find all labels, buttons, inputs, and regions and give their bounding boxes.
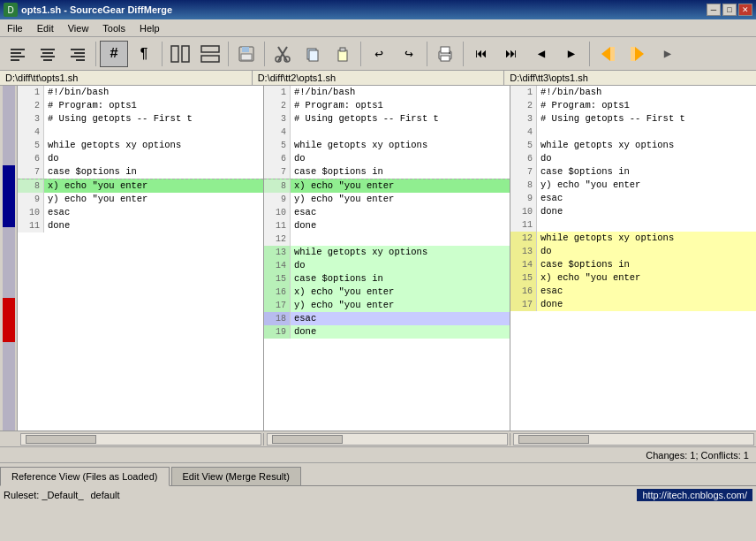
changes-bar: Changes: 1; Conflicts: 1 xyxy=(0,446,756,462)
svg-marker-33 xyxy=(635,47,644,61)
table-row: 8 x) echo "you enter xyxy=(264,179,510,193)
table-row: 18 esac xyxy=(264,312,510,325)
left-line-area: 1#!/bin/bash 2# Program: opts1 3# Using … xyxy=(18,86,263,232)
table-row: 1#!/bin/bash xyxy=(264,86,510,99)
sep6 xyxy=(427,42,427,66)
table-row: 7 case $options in xyxy=(264,165,510,179)
svg-rect-3 xyxy=(11,59,19,61)
sep2 xyxy=(162,42,163,66)
ruleset-section: Ruleset: _Default_ xyxy=(4,490,84,500)
right-scrollbar[interactable] xyxy=(511,433,756,446)
table-row: 16 esac xyxy=(510,285,756,298)
svg-rect-14 xyxy=(201,46,219,52)
prev-change-button[interactable]: ◀ xyxy=(527,41,556,67)
align-center-button[interactable] xyxy=(34,41,62,67)
svg-rect-17 xyxy=(242,47,249,52)
tab-reference-view[interactable]: Reference View (Files as Loaded) xyxy=(0,467,170,486)
first-change-button[interactable]: ⏮ xyxy=(467,41,495,67)
right-path: D:\diff\tt3\opts1.sh xyxy=(504,71,756,85)
hash-button[interactable]: # xyxy=(100,41,128,67)
window-controls[interactable]: ─ □ ✕ xyxy=(707,4,752,16)
close-button[interactable]: ✕ xyxy=(738,4,752,16)
table-row: 9 y) echo "you enter xyxy=(264,193,510,206)
redo-button[interactable]: ↪ xyxy=(395,41,423,67)
svg-rect-12 xyxy=(171,46,178,62)
table-row: 8 x) echo "you enter xyxy=(18,179,263,193)
right-scroll-thumb[interactable] xyxy=(518,435,589,444)
svg-rect-15 xyxy=(201,56,219,62)
menu-bar: File Edit View Tools Help xyxy=(0,19,756,37)
next-change-button[interactable]: ▶ xyxy=(557,41,586,67)
merge-right-button[interactable] xyxy=(624,41,652,67)
table-row: 1#!/bin/bash xyxy=(18,86,263,99)
svg-rect-7 xyxy=(43,59,52,61)
toolbar: # ¶ ↩ ↪ ⏮ ⏭ ◀ ▶ ▶ xyxy=(0,37,756,71)
paste-button[interactable] xyxy=(329,41,357,67)
menu-tools[interactable]: Tools xyxy=(95,21,132,35)
center-line-area: 1#!/bin/bash 2# Program: opts1 3# Using … xyxy=(264,86,510,339)
ruleset-label: Ruleset: _Default_ xyxy=(4,490,84,500)
menu-help[interactable]: Help xyxy=(132,21,167,35)
table-row: 11 xyxy=(510,218,756,232)
table-row: 10done xyxy=(510,205,756,218)
maximize-button[interactable]: □ xyxy=(722,4,737,16)
para-button[interactable]: ¶ xyxy=(130,41,158,67)
svg-rect-11 xyxy=(76,59,85,61)
cut-button[interactable] xyxy=(268,41,297,67)
table-row: 12 xyxy=(264,232,510,246)
table-row: 11done xyxy=(264,219,510,232)
left-scrollbar[interactable] xyxy=(19,433,264,446)
menu-view[interactable]: View xyxy=(61,21,96,35)
table-row: 4 xyxy=(510,126,756,139)
gutter-marker-red xyxy=(3,298,15,342)
svg-rect-9 xyxy=(74,52,85,54)
center-panel[interactable]: 1#!/bin/bash 2# Program: opts1 3# Using … xyxy=(264,86,510,431)
table-row: 6do xyxy=(510,152,756,165)
path-bar: D:\diff\tt\opts1.sh D:\diff\tt2\opts1.sh… xyxy=(0,71,756,86)
center-scrollbar[interactable] xyxy=(265,433,510,446)
minimize-button[interactable]: ─ xyxy=(707,4,721,16)
center-path: D:\diff\tt2\opts1.sh xyxy=(253,71,505,85)
right-panel[interactable]: 1#!/bin/bash 2# Program: opts1 3# Using … xyxy=(510,86,756,431)
last-change-button[interactable]: ⏭ xyxy=(497,41,525,67)
tab-edit-view[interactable]: Edit View (Merge Result) xyxy=(171,467,301,485)
sep1 xyxy=(95,42,96,66)
left-scroll-thumb[interactable] xyxy=(26,435,96,444)
svg-rect-0 xyxy=(11,49,25,50)
copy-button[interactable] xyxy=(299,41,327,67)
menu-file[interactable]: File xyxy=(0,21,30,35)
merge-left-button[interactable] xyxy=(593,41,622,67)
table-row: 2# Program: opts1 xyxy=(264,99,510,112)
table-row: 10 esac xyxy=(18,206,263,219)
svg-rect-10 xyxy=(71,56,85,57)
align-left-button[interactable] xyxy=(4,41,32,67)
undo-button[interactable]: ↩ xyxy=(365,41,393,67)
changes-text: Changes: 1; Conflicts: 1 xyxy=(646,450,749,461)
table-row: 5while getopts xy options xyxy=(510,139,756,152)
align-right-button[interactable] xyxy=(64,41,92,67)
table-row: 16 x) echo "you enter xyxy=(264,286,510,299)
split-vert-button[interactable] xyxy=(166,41,194,67)
table-row: 8 y) echo "you enter xyxy=(510,179,756,192)
title-bar: D opts1.sh - SourceGear DiffMerge ─ □ ✕ xyxy=(0,0,756,19)
split-horiz-button[interactable] xyxy=(196,41,224,67)
link-button[interactable]: http://itech.cnblogs.com/ xyxy=(637,489,752,501)
table-row: 2# Program: opts1 xyxy=(510,99,756,112)
table-row: 3# Using getopts -- First t xyxy=(510,112,756,126)
sep4 xyxy=(264,42,265,66)
table-row: 6do xyxy=(18,152,263,165)
svg-rect-29 xyxy=(441,56,450,61)
svg-rect-24 xyxy=(309,50,318,61)
merge-apply-button[interactable]: ▶ xyxy=(654,41,682,67)
left-panel[interactable]: 1#!/bin/bash 2# Program: opts1 3# Using … xyxy=(18,86,264,431)
menu-edit[interactable]: Edit xyxy=(30,21,61,35)
svg-rect-26 xyxy=(340,48,345,51)
svg-rect-28 xyxy=(441,47,450,53)
svg-rect-13 xyxy=(182,46,189,62)
table-row: 4 xyxy=(18,126,263,139)
default-section: default xyxy=(91,490,120,500)
svg-marker-31 xyxy=(601,47,610,61)
save-button[interactable] xyxy=(232,41,261,67)
center-scroll-thumb[interactable] xyxy=(272,435,343,444)
print-button[interactable] xyxy=(431,41,459,67)
